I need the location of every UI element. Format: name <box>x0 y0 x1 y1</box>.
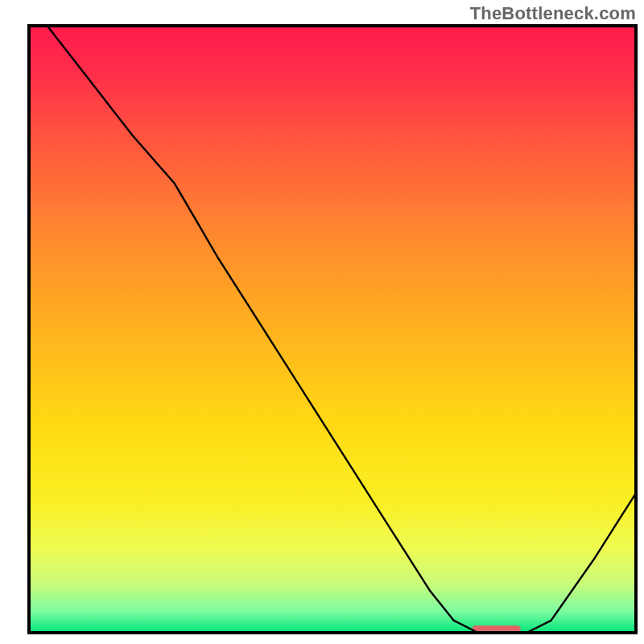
chart-frame: TheBottleneck.com <box>0 0 644 644</box>
plot-background <box>29 26 636 633</box>
bottleneck-chart <box>0 0 644 644</box>
watermark-text: TheBottleneck.com <box>470 3 636 24</box>
